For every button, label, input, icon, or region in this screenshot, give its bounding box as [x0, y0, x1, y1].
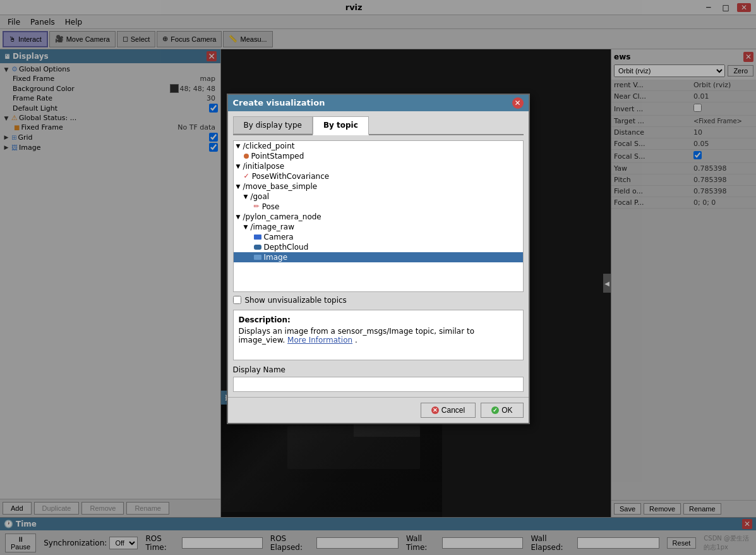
ok-icon: ✓ [491, 406, 499, 414]
description-heading: Description: [239, 315, 518, 324]
pwc-icon: ✓ [244, 172, 249, 180]
pylon-toggle: ▼ [236, 214, 241, 220]
dialog-title-bar: Create visualization ✕ [228, 95, 529, 111]
topic-image-raw[interactable]: ▼ /image_raw [234, 222, 523, 232]
topic-image-selected[interactable]: Image [234, 252, 523, 262]
ok-btn[interactable]: ✓ OK [481, 403, 523, 418]
image-type-label: Image [264, 253, 288, 262]
camera-label: Camera [264, 233, 294, 241]
description-box: Description: Displays an image from a se… [233, 310, 524, 360]
goal-label: /goal [250, 192, 269, 201]
point-stamped-label: PointStamped [251, 152, 304, 161]
image-type-icon [254, 255, 261, 260]
ok-label: OK [501, 406, 512, 415]
point-stamped-icon [244, 154, 249, 159]
description-text: Displays an image from a sensor_msgs/Ima… [239, 327, 518, 345]
mbs-toggle: ▼ [236, 183, 241, 190]
pose-label: Pose [262, 202, 280, 211]
pylon-label: /pylon_camera_node [243, 212, 321, 221]
show-unvisualizable-label: Show unvisualizable topics [245, 296, 347, 305]
topic-pylon-camera[interactable]: ▼ /pylon_camera_node [234, 212, 523, 222]
topic-tree[interactable]: ▼ /clicked_point PointStamped ▼ /initial… [233, 140, 524, 292]
depthcloud-icon [254, 245, 261, 250]
topic-pose-with-covariance[interactable]: ✓ PoseWithCovariance [234, 171, 523, 181]
show-unvisualizable: Show unvisualizable topics [233, 296, 524, 305]
mbs-label: /move_base_simple [243, 182, 317, 191]
topic-depthcloud[interactable]: DepthCloud [234, 242, 523, 252]
clicked-point-toggle: ▼ [236, 143, 241, 149]
topic-move-base-simple[interactable]: ▼ /move_base_simple [234, 181, 523, 192]
tab-by-topic[interactable]: By topic [313, 116, 369, 135]
display-name-section: Display Name Image [233, 365, 524, 392]
clicked-point-label: /clicked_point [243, 142, 294, 150]
show-unvisualizable-checkbox[interactable] [233, 296, 241, 304]
dialog-content: By display type By topic ▼ /clicked_poin… [228, 111, 529, 397]
more-info-link[interactable]: More Information [287, 336, 352, 345]
pwc-label: PoseWithCovariance [252, 172, 329, 181]
topic-initialpose[interactable]: ▼ /initialpose [234, 161, 523, 171]
dialog-overlay: Create visualization ✕ By display type B… [0, 0, 756, 555]
goal-toggle: ▼ [244, 193, 248, 200]
dialog-close-btn[interactable]: ✕ [512, 97, 524, 109]
initialpose-label: /initialpose [243, 162, 284, 171]
image-raw-toggle: ▼ [244, 224, 248, 230]
tab-bar: By display type By topic [233, 116, 524, 135]
dialog-title: Create visualization [233, 98, 325, 107]
topic-camera[interactable]: Camera [234, 232, 523, 242]
create-visualization-dialog: Create visualization ✕ By display type B… [227, 94, 530, 424]
topic-point-stamped[interactable]: PointStamped [234, 151, 523, 161]
image-raw-label: /image_raw [250, 223, 294, 231]
initialpose-toggle: ▼ [236, 163, 241, 169]
topic-goal[interactable]: ▼ /goal [234, 192, 523, 202]
camera-icon [254, 235, 261, 240]
dialog-footer: ✕ Cancel ✓ OK [228, 397, 529, 423]
topic-pose[interactable]: ✏ Pose [234, 202, 523, 212]
topic-clicked-point[interactable]: ▼ /clicked_point [234, 141, 523, 151]
display-name-label: Display Name [233, 365, 524, 374]
cancel-btn[interactable]: ✕ Cancel [421, 403, 476, 418]
cancel-icon: ✕ [431, 406, 439, 414]
depthcloud-label: DepthCloud [264, 243, 309, 252]
pose-icon: ✏ [254, 202, 260, 210]
cancel-label: Cancel [441, 406, 465, 415]
display-name-input[interactable]: Image [233, 377, 524, 392]
tab-by-display[interactable]: By display type [233, 116, 313, 134]
